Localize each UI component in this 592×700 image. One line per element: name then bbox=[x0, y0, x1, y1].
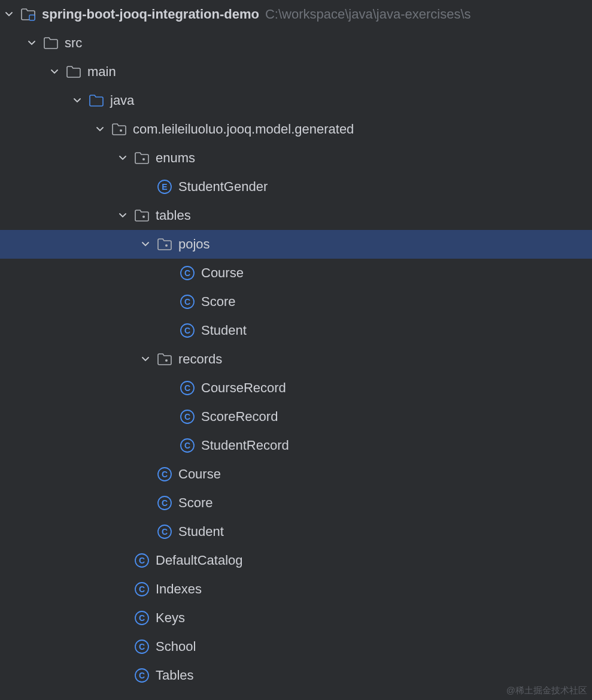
class-icon bbox=[134, 639, 150, 654]
class-label: Tables bbox=[156, 668, 194, 683]
class-label: Student bbox=[178, 524, 224, 540]
folder-icon bbox=[66, 64, 81, 80]
chevron-down-icon[interactable] bbox=[116, 209, 129, 222]
package-icon bbox=[134, 150, 150, 166]
tree-row-class-keys[interactable]: Keys bbox=[0, 604, 592, 632]
class-icon bbox=[134, 553, 150, 568]
tree-row-java[interactable]: java bbox=[0, 86, 592, 115]
class-label: CourseRecord bbox=[201, 380, 286, 396]
class-icon bbox=[157, 495, 172, 511]
tree-row-class-score-table[interactable]: Score bbox=[0, 489, 592, 517]
source-folder-icon bbox=[89, 93, 104, 108]
class-label: StudentRecord bbox=[201, 438, 289, 453]
tree-row-tables[interactable]: tables bbox=[0, 201, 592, 230]
class-icon bbox=[134, 668, 150, 683]
tree-row-class-studentrecord[interactable]: StudentRecord bbox=[0, 431, 592, 460]
folder-label: src bbox=[65, 35, 82, 51]
package-icon bbox=[157, 351, 172, 367]
tree-row-class-course[interactable]: Course bbox=[0, 259, 592, 287]
tree-row-enums[interactable]: enums bbox=[0, 144, 592, 172]
tree-row-class-tables[interactable]: Tables bbox=[0, 661, 592, 690]
tree-row-class-scorerecord[interactable]: ScoreRecord bbox=[0, 402, 592, 431]
class-icon bbox=[180, 323, 195, 338]
class-label: ScoreRecord bbox=[201, 409, 278, 425]
watermark: @稀土掘金技术社区 bbox=[506, 685, 587, 696]
tree-row-class-courserecord[interactable]: CourseRecord bbox=[0, 374, 592, 402]
enum-icon bbox=[157, 179, 172, 195]
chevron-down-icon[interactable] bbox=[139, 238, 152, 251]
package-label: enums bbox=[156, 150, 195, 166]
chevron-down-icon[interactable] bbox=[25, 37, 38, 50]
tree-row-class-school[interactable]: School bbox=[0, 632, 592, 661]
class-label: Score bbox=[201, 294, 235, 310]
class-icon bbox=[134, 610, 150, 626]
package-icon bbox=[134, 208, 150, 223]
tree-row-main[interactable]: main bbox=[0, 57, 592, 86]
package-icon bbox=[157, 237, 172, 252]
chevron-down-icon[interactable] bbox=[71, 94, 84, 107]
chevron-down-icon[interactable] bbox=[116, 151, 129, 165]
project-tree: spring-boot-jooq-integration-demo C:\wor… bbox=[0, 0, 592, 690]
chevron-down-icon[interactable] bbox=[93, 123, 107, 136]
class-icon bbox=[157, 466, 172, 482]
folder-label: main bbox=[87, 64, 116, 80]
tree-row-src[interactable]: src bbox=[0, 29, 592, 57]
tree-row-root[interactable]: spring-boot-jooq-integration-demo C:\wor… bbox=[0, 0, 592, 29]
tree-row-records[interactable]: records bbox=[0, 345, 592, 374]
class-icon bbox=[157, 524, 172, 540]
chevron-down-icon[interactable] bbox=[2, 8, 16, 21]
class-icon bbox=[180, 409, 195, 425]
class-label: Course bbox=[178, 466, 221, 482]
class-label: Course bbox=[201, 265, 244, 281]
tree-row-class-course-table[interactable]: Course bbox=[0, 460, 592, 489]
class-label: DefaultCatalog bbox=[156, 553, 243, 568]
class-icon bbox=[180, 380, 195, 396]
class-label: Indexes bbox=[156, 581, 202, 597]
tree-row-package[interactable]: com.leileiluoluo.jooq.model.generated bbox=[0, 115, 592, 144]
folder-label: java bbox=[110, 93, 134, 108]
tree-row-class-score[interactable]: Score bbox=[0, 287, 592, 316]
chevron-down-icon[interactable] bbox=[48, 65, 61, 78]
class-icon bbox=[134, 581, 150, 597]
class-icon bbox=[180, 438, 195, 453]
tree-row-class-student[interactable]: Student bbox=[0, 316, 592, 345]
tree-row-class-student-table[interactable]: Student bbox=[0, 517, 592, 546]
chevron-down-icon[interactable] bbox=[139, 353, 152, 366]
class-label: Student bbox=[201, 323, 247, 338]
tree-row-enum-studentgender[interactable]: StudentGender bbox=[0, 172, 592, 201]
folder-icon bbox=[43, 35, 59, 51]
class-icon bbox=[180, 265, 195, 281]
root-label: spring-boot-jooq-integration-demo bbox=[42, 7, 259, 22]
package-label: pojos bbox=[178, 237, 210, 252]
package-icon bbox=[111, 122, 127, 137]
class-label: School bbox=[156, 639, 196, 654]
package-label: records bbox=[178, 351, 222, 367]
class-label: Score bbox=[178, 495, 212, 511]
module-folder-icon bbox=[20, 7, 36, 22]
package-label: tables bbox=[156, 208, 191, 223]
enum-label: StudentGender bbox=[178, 179, 268, 195]
package-label: com.leileiluoluo.jooq.model.generated bbox=[133, 122, 354, 137]
class-icon bbox=[180, 294, 195, 310]
root-path: C:\workspace\java\java-exercises\s bbox=[265, 7, 471, 22]
class-label: Keys bbox=[156, 610, 185, 626]
tree-row-class-indexes[interactable]: Indexes bbox=[0, 575, 592, 604]
tree-row-pojos[interactable]: pojos bbox=[0, 230, 592, 259]
tree-row-class-defaultcatalog[interactable]: DefaultCatalog bbox=[0, 546, 592, 575]
